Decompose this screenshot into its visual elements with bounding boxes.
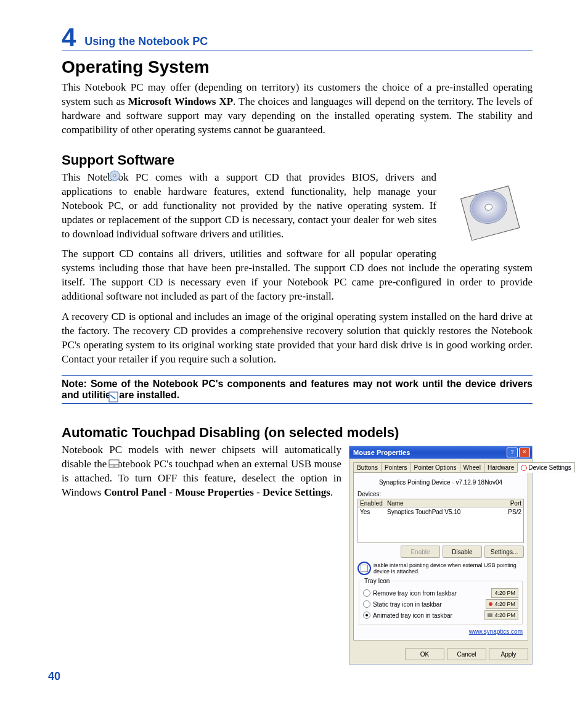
tab-strip: Buttons Pointers Pointer Options Wheel H… (353, 462, 528, 473)
heading-support-software: Support Software (62, 152, 533, 168)
tab-pointer-options[interactable]: Pointer Options (410, 462, 460, 472)
page-number: 40 (48, 670, 60, 683)
time-display: 4:20 PM (486, 599, 518, 609)
disable-button[interactable]: Disable (443, 546, 482, 558)
help-button[interactable]: ? (507, 448, 518, 457)
table-row[interactable]: Yes Synaptics TouchPad V5.10 PS/2 (358, 508, 523, 516)
devices-label: Devices: (357, 491, 524, 497)
devices-list[interactable]: Enabled Name Port Yes Synaptics TouchPad… (357, 499, 524, 543)
tab-wheel[interactable]: Wheel (460, 462, 484, 472)
tray-icon-group: Tray Icon Remove tray icon from taskbar … (359, 578, 523, 624)
note-icon (108, 391, 121, 404)
synaptics-link[interactable]: www.synaptics.com (469, 628, 523, 635)
tab-pointers[interactable]: Pointers (381, 462, 411, 472)
dialog-title: Mouse Properties (353, 449, 410, 456)
ok-button[interactable]: OK (405, 648, 444, 660)
chapter-number: 4 (62, 25, 76, 51)
touchpad-icon (108, 459, 121, 472)
time-display: 4:20 PM (484, 610, 518, 620)
highlight-circle (357, 562, 371, 575)
chapter-title: Using the Notebook PC (84, 35, 208, 48)
heading-touchpad-disabling: Automatic Touchpad Disabling (on selecte… (62, 425, 533, 441)
paragraph: A recovery CD is optional and includes a… (62, 310, 533, 367)
paragraph: The support CD contains all drivers, uti… (62, 247, 533, 304)
tab-device-settings[interactable]: Device Settings (517, 462, 574, 473)
version-label: Synaptics Pointing Device - v7.12.9 18No… (357, 479, 524, 486)
radio-remove-tray[interactable]: Remove tray icon from taskbar (363, 589, 457, 597)
time-display: 4:20 PM (491, 588, 518, 598)
radio-static-tray[interactable]: Static tray icon in taskbar (363, 600, 442, 608)
settings-button[interactable]: Settings... (484, 546, 524, 558)
heading-operating-system: Operating System (62, 57, 533, 77)
tab-buttons[interactable]: Buttons (353, 462, 382, 472)
mouse-properties-dialog: Mouse Properties ? ✕ Buttons Pointers Po… (349, 446, 533, 665)
paragraph: This Notebook PC may offer (depending on… (62, 81, 533, 137)
chapter-header: 4 Using the Notebook PC (62, 25, 533, 51)
close-button[interactable]: ✕ (519, 448, 530, 457)
svg-point-1 (113, 174, 116, 177)
cd-case-image (446, 173, 533, 247)
apply-button[interactable]: Apply (489, 648, 528, 660)
cancel-button[interactable]: Cancel (447, 648, 486, 660)
note-block: Note: Some of the Notebook PC's componen… (62, 375, 533, 404)
dialog-title-bar: Mouse Properties ? ✕ (349, 446, 532, 459)
tab-hardware[interactable]: Hardware (484, 462, 518, 472)
enable-button[interactable]: Enable (401, 546, 440, 558)
disable-internal-checkbox[interactable]: isable internal pointing device when ext… (357, 562, 524, 575)
radio-animated-tray[interactable]: Animated tray icon in taskbar (363, 612, 452, 619)
cd-icon (108, 170, 121, 182)
